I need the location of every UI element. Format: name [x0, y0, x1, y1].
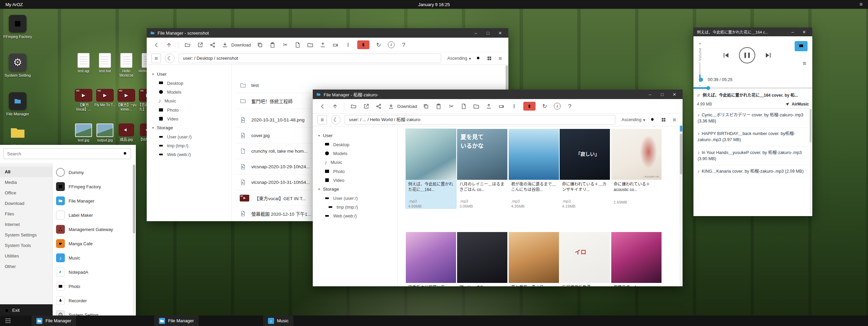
app-item-music[interactable]: ♪Music	[53, 251, 132, 265]
up-button[interactable]	[331, 102, 338, 111]
new-file-button[interactable]	[460, 102, 467, 111]
help-button[interactable]: ?	[400, 40, 407, 49]
desktop-file[interactable]: test.bat	[94, 53, 116, 73]
desktop-file[interactable]: 成品.jpg	[115, 123, 137, 142]
list-mode-button[interactable]: ≡	[318, 115, 327, 124]
desktop-icon-ffmpeg[interactable]: FFmpeg Factory	[1, 15, 34, 39]
scrollbar-thumb[interactable]	[810, 109, 812, 142]
app-item-system-setting[interactable]: ⚙System Setting	[53, 308, 132, 316]
desktop-file[interactable]: HD▶ 【東方Vocal】...	[73, 89, 94, 111]
cast-button[interactable]	[795, 41, 808, 51]
app-item-manga-cafe[interactable]: Manga Cafe	[53, 236, 132, 251]
rename-button[interactable]: I	[511, 102, 518, 111]
power-icon[interactable]	[4, 308, 9, 313]
app-item-notepada[interactable]: NotepadA	[53, 265, 132, 279]
upload-button[interactable]	[486, 102, 492, 111]
search-button[interactable]	[475, 54, 482, 63]
window-titlebar[interactable]: File Manager - 柘榴-zakuro- – □ ✕	[313, 90, 683, 99]
previous-button[interactable]	[722, 51, 730, 59]
airmusic-toggle[interactable]: AirMusic	[785, 102, 809, 107]
category-files[interactable]: Files	[0, 209, 52, 219]
new-file-button[interactable]	[294, 40, 301, 49]
cut-button[interactable]: ✂	[282, 40, 289, 49]
file-tile-selected[interactable]: 例えば、今此処に置かれた花に＿164... .mp3 4.99MB	[406, 129, 456, 208]
grid-view-button[interactable]	[660, 115, 667, 124]
copy-button[interactable]	[257, 40, 264, 49]
storage-button[interactable]	[332, 40, 339, 49]
sidebar-item-video[interactable]: Video	[313, 176, 397, 185]
search-button[interactable]	[649, 115, 656, 124]
app-item-label-maker[interactable]: Label Maker	[53, 208, 132, 222]
copy-button[interactable]	[423, 102, 430, 111]
window-titlebar[interactable]: File Manager - screenshot – □ ✕	[147, 28, 508, 38]
category-other[interactable]: Other	[0, 261, 52, 272]
file-tile[interactable]: 蕾と薔薇＿青え月...	[509, 232, 559, 286]
file-tile[interactable]: 唄＿HamさP cover...	[457, 232, 507, 286]
sidebar-item-desktop[interactable]: Desktop	[147, 79, 231, 88]
refresh-button[interactable]: ↻	[541, 102, 548, 111]
file-tile[interactable]: 四季折々に揺蕩いて...	[406, 232, 456, 286]
progress-bar[interactable]	[693, 87, 812, 89]
scrollbar[interactable]	[680, 126, 683, 286]
sidebar-item-web-drive[interactable]: Web (web:/)	[147, 150, 231, 159]
desktop-file[interactable]: HD▶ 【東方】~yu kimin...	[115, 89, 137, 111]
refresh-button[interactable]: ↻	[375, 40, 382, 49]
info-button[interactable]: i	[388, 40, 395, 49]
grid-view-button[interactable]	[486, 54, 493, 63]
sidebar-item-music[interactable]: ♪Music	[313, 158, 397, 167]
list-mode-button[interactable]: ≡	[151, 54, 161, 63]
sidebar-section-user[interactable]: ▾User	[313, 131, 397, 140]
category-internet[interactable]: Internet	[0, 219, 52, 230]
open-folder-button[interactable]	[184, 40, 191, 49]
file-tile[interactable]: - Acoustic ver. 命に嫌われている＋acoustic co... …	[611, 129, 662, 204]
sidebar-item-models[interactable]: Models	[147, 88, 231, 96]
sidebar-item-desktop[interactable]: Desktop	[313, 140, 397, 149]
desktop-file[interactable]: test.jpg	[73, 123, 94, 142]
paste-button[interactable]	[269, 40, 276, 49]
category-utilities[interactable]: Utilities	[0, 251, 52, 261]
storage-button[interactable]	[498, 102, 505, 111]
path-input[interactable]: user: / ... / Hello World / 柘榴-zakuro-	[345, 115, 615, 124]
upload-button[interactable]	[320, 40, 326, 49]
download-button[interactable]: Download	[222, 40, 251, 49]
desktop-file[interactable]: output.jpg	[94, 123, 116, 142]
path-input[interactable]: user: / Desktop / screenshot	[179, 54, 441, 63]
close-button[interactable]: ✕	[799, 30, 809, 35]
start-menu-scrollbar[interactable]	[133, 165, 135, 314]
playlist-scrollbar[interactable]	[810, 109, 812, 214]
taskbar-item-music[interactable]: ♪ Music	[263, 315, 293, 326]
search-input[interactable]	[3, 148, 131, 159]
open-in-new-button[interactable]	[197, 40, 203, 49]
app-item-file-manager[interactable]: File Manager	[53, 194, 132, 208]
rename-button[interactable]: I	[345, 40, 351, 49]
close-button[interactable]: ✕	[670, 92, 679, 97]
new-folder-button[interactable]	[473, 102, 480, 111]
taskbar-item-file-manager-2[interactable]: File Manager	[154, 315, 199, 326]
open-folder-button[interactable]	[350, 102, 357, 111]
sort-dropdown[interactable]: Ascending ▾	[447, 56, 471, 61]
sidebar-item-music[interactable]: ♪Music	[147, 96, 231, 106]
app-item-recorder[interactable]: Recorder	[53, 293, 132, 308]
pause-button[interactable]	[739, 47, 755, 63]
info-button[interactable]: i	[554, 102, 561, 111]
minimize-button[interactable]: –	[645, 92, 655, 97]
app-launcher-icon[interactable]	[5, 318, 11, 324]
download-button[interactable]: Download	[388, 102, 417, 111]
file-tile[interactable]: 君が夜の海に還るまで＿こんにちは谷田... .mp3 4.35MB	[509, 129, 559, 208]
category-system-settings[interactable]: System Settings	[0, 230, 52, 240]
delete-button[interactable]	[357, 40, 369, 49]
volume-plus[interactable]: +	[699, 41, 701, 46]
next-button[interactable]	[764, 51, 772, 59]
sidebar-item-web-drive[interactable]: Web (web:/)	[313, 211, 397, 220]
exit-button[interactable]: Exit	[12, 308, 20, 313]
sidebar-item-models[interactable]: Models	[313, 149, 397, 158]
sidebar-item-tmp-drive[interactable]: tmp (tmp:/)	[147, 141, 231, 150]
sidebar-item-video[interactable]: Video	[147, 114, 231, 123]
maximize-button[interactable]: □	[483, 31, 493, 36]
scrollbar-thumb[interactable]	[133, 165, 135, 233]
share-button[interactable]	[375, 102, 382, 111]
open-in-new-button[interactable]	[363, 102, 369, 111]
sidebar-item-photo[interactable]: Photo	[147, 106, 231, 114]
menubar-brand[interactable]: My ArOZ	[5, 2, 23, 7]
delete-button[interactable]	[523, 102, 536, 111]
